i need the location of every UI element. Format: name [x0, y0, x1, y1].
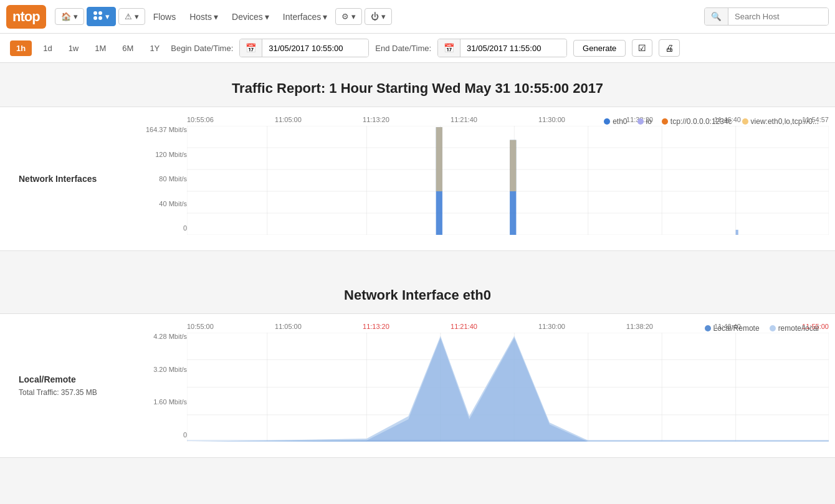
local-remote-legend: Local/Remote remote/local	[705, 324, 819, 333]
search-button[interactable]: 🔍	[705, 8, 728, 25]
legend-local-remote-dot	[705, 325, 711, 331]
alert-icon: ⚠	[125, 12, 132, 21]
time-1m-button[interactable]: 1M	[90, 40, 111, 56]
legend-local-remote: Local/Remote	[705, 324, 760, 333]
time-6m-button[interactable]: 6M	[117, 40, 138, 56]
local-remote-row: Local/Remote Total Traffic: 357.35 MB Lo…	[0, 313, 835, 458]
lr-x-4: 11:30:00	[538, 323, 565, 330]
end-calendar-icon[interactable]: 📅	[438, 39, 460, 57]
power-button[interactable]: ⏻ ▾	[365, 8, 392, 25]
time-1y-button[interactable]: 1Y	[145, 40, 165, 56]
lr-y-0: 0	[143, 431, 187, 439]
legend-remote-local-dot	[770, 325, 776, 331]
flows-link[interactable]: Flows	[148, 9, 182, 25]
svg-marker-39	[187, 338, 829, 442]
generate-button[interactable]: Generate	[573, 40, 626, 57]
section2-header: Network Interface eth0	[0, 270, 835, 313]
dashboard-dropdown-icon: ▾	[105, 12, 110, 21]
svg-point-3	[98, 16, 102, 20]
local-remote-container: Local/Remote remote/local 4.28 Mbit/s 3.…	[143, 320, 829, 457]
network-interfaces-svg	[187, 126, 829, 235]
hosts-dropdown-icon: ▾	[214, 12, 218, 22]
local-remote-y-axis: 4.28 Mbit/s 3.20 Mbit/s 1.60 Mbit/s 0	[143, 333, 187, 439]
legend-view-dot	[742, 118, 748, 125]
end-date-label: End Date/Time:	[375, 44, 431, 53]
network-interfaces-text: Network Interfaces	[19, 174, 131, 184]
settings-icon: ⚙	[341, 12, 349, 21]
legend-lo: lo	[637, 117, 652, 126]
settings-dropdown-icon: ▾	[351, 12, 356, 21]
navbar: ntop 🏠 ▾ ▾ ⚠ ▾ Flows Hosts ▾ Devices ▾ I…	[0, 0, 835, 34]
section-divider	[0, 251, 835, 270]
legend-remote-local-label: remote/local	[778, 324, 819, 333]
checkbox-button[interactable]: ☑	[632, 39, 652, 57]
svg-rect-23	[736, 230, 738, 235]
network-interfaces-legend: eth0 lo tcp://0.0.0.0:1234c view:eth0,lo…	[604, 117, 819, 126]
legend-lo-dot	[637, 118, 644, 125]
legend-tcp-dot	[662, 118, 668, 125]
x-label-2: 11:13:20	[363, 116, 389, 123]
begin-calendar-icon[interactable]: 📅	[240, 39, 262, 57]
hosts-label: Hosts	[189, 12, 212, 22]
local-remote-svg	[187, 333, 829, 442]
alert-button[interactable]: ⚠ ▾	[118, 8, 145, 25]
lr-x-2: 11:13:20	[363, 323, 389, 330]
legend-remote-local: remote/local	[770, 324, 819, 333]
interfaces-label: Interfaces	[283, 12, 321, 22]
print-button[interactable]: 🖨	[659, 39, 680, 57]
time-1w-button[interactable]: 1w	[64, 40, 84, 56]
legend-eth0: eth0	[604, 117, 627, 126]
power-icon: ⏻	[371, 12, 379, 21]
dashboard-button[interactable]: ▾	[87, 7, 116, 26]
y-120-label: 120 Mbit/s	[143, 151, 187, 158]
x-label-4: 11:30:00	[538, 116, 565, 123]
search-input[interactable]	[728, 8, 828, 25]
lr-x-5: 11:38:20	[626, 323, 653, 330]
network-interfaces-container: eth0 lo tcp://0.0.0.0:1234c view:eth0,lo…	[143, 113, 829, 250]
home-button[interactable]: 🏠 ▾	[55, 8, 84, 25]
y-40-label: 40 Mbit/s	[143, 200, 187, 207]
local-remote-label: Local/Remote Total Traffic: 357.35 MB	[0, 314, 143, 457]
legend-local-remote-label: Local/Remote	[713, 324, 760, 333]
search-wrapper: 🔍	[704, 7, 829, 26]
begin-date-input[interactable]	[262, 40, 368, 57]
y-80-label: 80 Mbit/s	[143, 175, 187, 183]
lr-y-max: 4.28 Mbit/s	[143, 333, 187, 340]
devices-dropdown-icon: ▾	[265, 12, 269, 22]
end-date-input[interactable]	[460, 40, 566, 57]
y-0-label: 0	[143, 224, 187, 232]
flows-label: Flows	[153, 12, 176, 22]
local-remote-text: Local/Remote	[19, 374, 131, 384]
section1-header: Traffic Report: 1 Hour Starting Wed May …	[0, 63, 835, 107]
x-label-1: 11:05:00	[275, 116, 302, 123]
devices-link[interactable]: Devices ▾	[226, 9, 275, 25]
svg-point-2	[93, 16, 97, 20]
x-label-3: 11:21:40	[451, 116, 477, 123]
time-1d-button[interactable]: 1d	[38, 40, 57, 56]
svg-point-0	[93, 11, 97, 15]
dashboard-icon	[93, 11, 103, 22]
x-label-0: 10:55:06	[187, 116, 214, 123]
hosts-link[interactable]: Hosts ▾	[184, 9, 224, 25]
legend-eth0-dot	[604, 118, 610, 125]
lr-y-320: 3.20 Mbit/s	[143, 366, 187, 373]
settings-button[interactable]: ⚙ ▾	[335, 8, 362, 25]
brand-label: ntop	[12, 9, 40, 25]
svg-rect-20	[436, 127, 442, 191]
home-dropdown-icon: ▾	[74, 12, 78, 21]
section2-title: Network Interface eth0	[0, 287, 835, 303]
lr-x-1: 11:05:00	[275, 323, 302, 330]
legend-tcp: tcp://0.0.0.0:1234c	[662, 117, 732, 126]
network-interfaces-row: Network Interfaces eth0 lo tcp://0.	[0, 107, 835, 251]
brand-logo[interactable]: ntop	[6, 5, 46, 29]
toolbar: 1h 1d 1w 1M 6M 1Y Begin Date/Time: 📅 End…	[0, 34, 835, 63]
begin-date-label: Begin Date/Time:	[171, 44, 233, 53]
time-1h-button[interactable]: 1h	[10, 40, 32, 56]
interfaces-link[interactable]: Interfaces ▾	[277, 9, 333, 25]
interfaces-dropdown-icon: ▾	[323, 12, 327, 22]
lr-x-3: 11:21:40	[451, 323, 477, 330]
lr-y-160: 1.60 Mbit/s	[143, 398, 187, 406]
legend-view: view:eth0,lo,tcp://0...	[742, 117, 819, 126]
local-remote-chart-area: Local/Remote remote/local 4.28 Mbit/s 3.…	[143, 314, 835, 457]
local-remote-sub: Total Traffic: 357.35 MB	[19, 388, 131, 397]
